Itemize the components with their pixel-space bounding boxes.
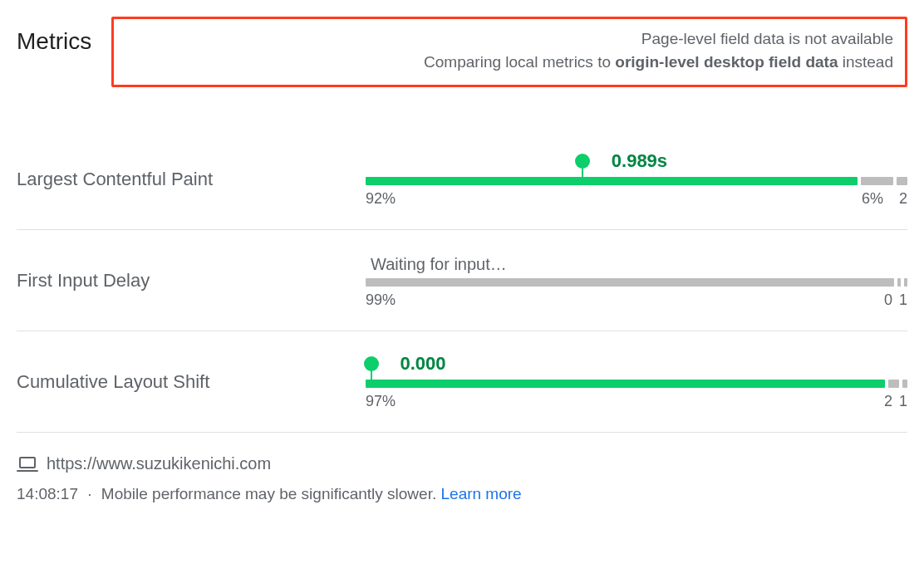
metric-row-cls: Cumulative Layout Shift 0.000 97% 2 1 bbox=[17, 331, 907, 433]
notice-line-2-suffix: instead bbox=[838, 53, 893, 71]
seg-good-label: 97% bbox=[366, 393, 884, 410]
seg-mid-label: 0 bbox=[884, 292, 896, 309]
footer-separator: · bbox=[87, 485, 91, 502]
notice-callout: Page-level field data is not available C… bbox=[111, 17, 907, 87]
metric-row-fid: First Input Delay Waiting for input… 99%… bbox=[17, 230, 907, 331]
learn-more-link[interactable]: Learn more bbox=[441, 485, 522, 502]
distribution-bar-cls bbox=[366, 380, 907, 388]
metric-value-lcp: 0.989s bbox=[612, 150, 667, 172]
metric-chart-fid: Waiting for input… 99% 0 1 bbox=[366, 252, 907, 309]
metric-name-fid: First Input Delay bbox=[17, 252, 366, 292]
laptop-icon bbox=[17, 457, 38, 472]
seg-mid bbox=[897, 278, 901, 287]
distribution-bar-fid bbox=[366, 278, 907, 287]
seg-bad bbox=[904, 278, 907, 287]
metric-name-cls: Cumulative Layout Shift bbox=[17, 353, 366, 393]
metric-chart-lcp: 0.989s 92% 6% 2 bbox=[366, 150, 907, 208]
footer-time: 14:08:17 bbox=[17, 485, 78, 502]
metric-row-lcp: Largest Contentful Paint 0.989s 92% 6% 2 bbox=[17, 129, 907, 230]
notice-line-2-prefix: Comparing local metrics to bbox=[424, 53, 615, 71]
seg-good-label: 99% bbox=[366, 292, 884, 309]
metric-name-lcp: Largest Contentful Paint bbox=[17, 150, 366, 190]
notice-line-1: Page-level field data is not available bbox=[125, 27, 893, 51]
metric-status-fid: Waiting for input… bbox=[366, 252, 907, 274]
seg-bad bbox=[897, 177, 907, 185]
seg-bad bbox=[902, 380, 907, 388]
seg-good bbox=[366, 380, 885, 388]
seg-bad-label: 1 bbox=[896, 292, 907, 309]
notice-line-2-bold: origin-level desktop field data bbox=[615, 53, 838, 71]
marker-dot-icon bbox=[575, 154, 590, 169]
seg-good bbox=[366, 278, 894, 287]
metric-chart-cls: 0.000 97% 2 1 bbox=[366, 353, 907, 410]
marker-dot-icon bbox=[364, 356, 379, 371]
footer: https://www.suzukikenichi.com 14:08:17 ·… bbox=[17, 454, 907, 503]
seg-mid-label: 6% bbox=[862, 190, 894, 208]
metric-marker-lcp: 0.989s bbox=[582, 150, 667, 172]
seg-mid-label: 2 bbox=[884, 393, 896, 410]
footer-url: https://www.suzukikenichi.com bbox=[47, 454, 271, 473]
metric-value-cls: 0.000 bbox=[401, 353, 446, 375]
seg-bad-label: 2 bbox=[894, 190, 907, 208]
seg-good bbox=[366, 177, 858, 185]
seg-good-label: 92% bbox=[366, 190, 862, 208]
seg-mid bbox=[888, 380, 899, 388]
seg-bad-label: 1 bbox=[896, 393, 907, 410]
seg-mid bbox=[861, 177, 893, 185]
notice-line-2: Comparing local metrics to origin-level … bbox=[125, 51, 893, 74]
metric-marker-cls: 0.000 bbox=[371, 353, 446, 375]
distribution-bar-lcp bbox=[366, 177, 907, 185]
page-title: Metrics bbox=[17, 17, 91, 55]
footer-mobile-note: Mobile performance may be significantly … bbox=[101, 485, 436, 502]
